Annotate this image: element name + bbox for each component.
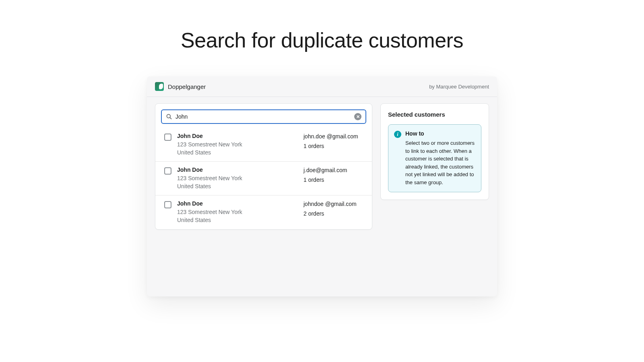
- result-address: 123 Somestreet New York United States: [177, 141, 258, 156]
- page-title: Search for duplicate customers: [0, 28, 644, 52]
- result-checkbox[interactable]: [164, 201, 171, 208]
- result-checkbox[interactable]: [164, 134, 171, 141]
- svg-line-1: [170, 117, 171, 119]
- result-email: j.doe@gmail.com: [303, 167, 364, 175]
- result-address: 123 Somestreet New York United States: [177, 208, 258, 224]
- search-icon: [166, 113, 172, 120]
- howto-text: Select two or more customers to link to …: [405, 139, 475, 186]
- howto-content: How to Select two or more customers to l…: [405, 130, 475, 186]
- clear-search-button[interactable]: ✕: [354, 113, 361, 120]
- result-main: John Doe123 Somestreet New York United S…: [177, 133, 298, 156]
- app-body: ✕ John Doe123 Somestreet New York United…: [147, 97, 497, 236]
- result-checkbox[interactable]: [164, 167, 171, 175]
- result-email: john.doe @gmail.com: [303, 133, 364, 141]
- result-orders: 2 orders: [303, 210, 364, 218]
- result-row[interactable]: John Doe123 Somestreet New York United S…: [155, 128, 372, 161]
- selected-customers-panel: Selected customers i How to Select two o…: [380, 103, 489, 200]
- app-byline: by Marquee Development: [429, 84, 489, 90]
- search-input[interactable]: [172, 113, 354, 121]
- result-side: john.doe @gmail.com1 orders: [303, 133, 364, 150]
- howto-title: How to: [405, 130, 475, 137]
- app-window: Doppelganger by Marquee Development ✕ Jo…: [147, 76, 497, 296]
- selected-customers-title: Selected customers: [388, 111, 481, 118]
- result-main: John Doe123 Somestreet New York United S…: [177, 200, 298, 224]
- results-list: John Doe123 Somestreet New York United S…: [155, 128, 372, 229]
- result-name: John Doe: [177, 133, 298, 139]
- app-header: Doppelganger by Marquee Development: [147, 76, 497, 97]
- close-icon: ✕: [356, 114, 360, 119]
- result-name: John Doe: [177, 167, 298, 173]
- app-header-left: Doppelganger: [155, 82, 206, 91]
- result-row[interactable]: John Doe123 Somestreet New York United S…: [155, 195, 372, 229]
- result-orders: 1 orders: [303, 176, 364, 184]
- howto-banner: i How to Select two or more customers to…: [388, 124, 481, 192]
- result-row[interactable]: John Doe123 Somestreet New York United S…: [155, 161, 372, 195]
- search-wrap: ✕: [155, 104, 372, 128]
- result-email: johndoe @gmail.com: [303, 200, 364, 208]
- search-results-panel: ✕ John Doe123 Somestreet New York United…: [155, 103, 372, 230]
- search-box[interactable]: ✕: [161, 109, 366, 124]
- result-side: j.doe@gmail.com1 orders: [303, 167, 364, 184]
- result-main: John Doe123 Somestreet New York United S…: [177, 167, 298, 190]
- app-logo-icon: [155, 82, 164, 91]
- result-address: 123 Somestreet New York United States: [177, 175, 258, 190]
- info-icon: i: [394, 131, 401, 138]
- result-name: John Doe: [177, 200, 298, 207]
- result-side: johndoe @gmail.com2 orders: [303, 200, 364, 218]
- result-orders: 1 orders: [303, 142, 364, 150]
- app-name: Doppelganger: [168, 83, 206, 90]
